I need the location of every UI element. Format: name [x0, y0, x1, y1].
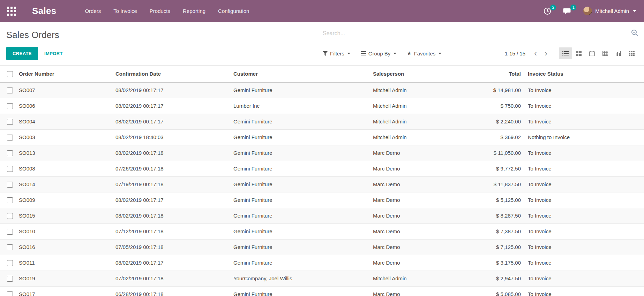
row-checkbox[interactable] — [7, 166, 13, 172]
cell-order-number: SO011 — [15, 255, 112, 271]
nav-item-products[interactable]: Products — [150, 8, 170, 14]
table-row[interactable]: SO016 07/05/2019 00:17:18 Gemini Furnitu… — [0, 239, 644, 255]
import-button[interactable]: IMPORT — [38, 47, 69, 60]
table-row[interactable]: SO007 08/02/2019 00:17:17 Gemini Furnitu… — [0, 82, 644, 98]
group-by-dropdown[interactable]: Group By — [361, 51, 396, 56]
table-row[interactable]: SO013 08/02/2019 00:17:18 Gemini Furnitu… — [0, 145, 644, 161]
view-switch-pivot[interactable] — [599, 47, 612, 59]
cell-customer: Gemini Furniture — [230, 239, 369, 255]
row-checkbox[interactable] — [7, 197, 13, 203]
table-row[interactable]: SO009 08/02/2019 00:17:17 Gemini Furnitu… — [0, 192, 644, 208]
orders-list-view: Order Number Confirmation Date Customer … — [0, 65, 644, 296]
cell-total: $ 5,125.00 — [457, 192, 524, 208]
view-switch-graph[interactable] — [612, 47, 625, 59]
cell-confirmation-date: 08/02/2019 00:17:17 — [112, 114, 230, 129]
avatar — [583, 7, 592, 15]
create-button[interactable]: CREATE — [6, 47, 38, 60]
nav-item-configuration[interactable]: Configuration — [218, 8, 249, 14]
table-row[interactable]: SO010 07/12/2019 00:17:18 Gemini Furnitu… — [0, 223, 644, 239]
search-options: Filters Group By ★ Favorites — [323, 50, 441, 56]
cell-invoice-status: To Invoice — [524, 114, 644, 129]
cell-confirmation-date: 08/02/2019 00:17:18 — [112, 208, 230, 223]
row-checkbox[interactable] — [7, 213, 13, 219]
table-row[interactable]: SO017 06/28/2019 00:17:18 Gemini Furnitu… — [0, 286, 644, 296]
row-checkbox[interactable] — [7, 88, 13, 93]
chevron-down-icon — [394, 53, 396, 54]
table-row[interactable]: SO004 08/02/2019 00:17:17 Gemini Furnitu… — [0, 114, 644, 129]
cell-salesperson: Marc Demo — [369, 286, 457, 296]
column-header-salesperson[interactable]: Salesperson — [369, 66, 457, 82]
table-row[interactable]: SO003 08/02/2019 18:40:03 Gemini Furnitu… — [0, 129, 644, 145]
graph-view-icon — [616, 51, 621, 56]
row-checkbox[interactable] — [7, 229, 13, 235]
cell-customer: Lumber Inc — [230, 98, 369, 114]
row-checkbox[interactable] — [7, 276, 13, 282]
user-menu[interactable]: Mitchell Admin — [583, 7, 636, 15]
filter-icon — [323, 51, 328, 56]
table-row[interactable]: SO011 08/02/2019 00:17:17 Gemini Furnitu… — [0, 255, 644, 271]
cell-confirmation-date: 07/12/2019 00:17:18 — [112, 223, 230, 239]
row-checkbox[interactable] — [7, 260, 13, 266]
table-row[interactable]: SO014 07/19/2019 00:17:18 Gemini Furnitu… — [0, 176, 644, 192]
cell-confirmation-date: 07/19/2019 00:17:18 — [112, 176, 230, 192]
app-title[interactable]: Sales — [32, 6, 56, 16]
favorites-dropdown[interactable]: ★ Favorites — [407, 50, 441, 56]
cell-salesperson: Marc Demo — [369, 192, 457, 208]
cell-total: $ 2,240.00 — [457, 114, 524, 129]
column-header-confirmation-date[interactable]: Confirmation Date — [112, 66, 230, 82]
cell-total: $ 9,772.50 — [457, 161, 524, 176]
pager-previous-button[interactable]: ‹ — [531, 50, 540, 57]
select-all-checkbox[interactable] — [7, 71, 13, 77]
table-row[interactable]: SO006 08/02/2019 00:17:17 Lumber Inc Mit… — [0, 98, 644, 114]
row-checkbox[interactable] — [7, 150, 13, 156]
row-checkbox[interactable] — [7, 103, 13, 109]
cell-total: $ 5,085.00 — [457, 286, 524, 296]
pager: 1-15 / 15 ‹ › — [505, 50, 551, 57]
row-checkbox[interactable] — [7, 244, 13, 250]
cell-salesperson: Marc Demo — [369, 239, 457, 255]
nav-item-reporting[interactable]: Reporting — [183, 8, 205, 14]
row-checkbox[interactable] — [7, 135, 13, 141]
cell-invoice-status: To Invoice — [524, 223, 644, 239]
column-header-order-number[interactable]: Order Number — [15, 66, 112, 82]
cell-order-number: SO009 — [15, 192, 112, 208]
cell-order-number: SO008 — [15, 161, 112, 176]
table-row[interactable]: SO008 07/26/2019 00:17:18 Gemini Furnitu… — [0, 161, 644, 176]
table-row[interactable]: SO019 07/02/2019 00:17:18 YourCompany, J… — [0, 271, 644, 286]
order-table-body: SO007 08/02/2019 00:17:17 Gemini Furnitu… — [0, 82, 644, 296]
row-checkbox[interactable] — [7, 291, 13, 296]
view-switch-activity[interactable] — [625, 47, 638, 59]
nav-item-to-invoice[interactable]: To Invoice — [113, 8, 137, 14]
pager-next-button[interactable]: › — [541, 50, 551, 57]
magnifier-minus-icon[interactable] — [631, 29, 638, 37]
row-checkbox[interactable] — [7, 182, 13, 188]
cell-customer: Gemini Furniture — [230, 223, 369, 239]
star-icon: ★ — [407, 50, 411, 56]
cell-invoice-status: To Invoice — [524, 239, 644, 255]
view-switch-kanban[interactable] — [572, 47, 585, 59]
search-input[interactable] — [323, 30, 631, 37]
cell-salesperson: Marc Demo — [369, 255, 457, 271]
column-header-invoice-status[interactable]: Invoice Status — [524, 66, 644, 82]
cell-total: $ 7,125.00 — [457, 239, 524, 255]
filters-dropdown[interactable]: Filters — [323, 51, 350, 56]
view-switch-list[interactable] — [559, 47, 572, 59]
cell-customer: Gemini Furniture — [230, 161, 369, 176]
cell-salesperson: Mitchell Admin — [369, 271, 457, 286]
cell-total: $ 750.00 — [457, 98, 524, 114]
group-by-icon — [361, 51, 366, 55]
column-header-total[interactable]: Total — [457, 66, 524, 82]
table-row[interactable]: SO015 08/02/2019 00:17:18 Gemini Furnitu… — [0, 208, 644, 223]
cell-customer: Gemini Furniture — [230, 176, 369, 192]
page-title: Sales Orders — [6, 30, 59, 40]
search-box[interactable] — [323, 29, 638, 40]
messages-button[interactable]: 1 — [563, 7, 571, 15]
apps-menu-icon[interactable] — [7, 7, 16, 16]
cell-order-number: SO007 — [15, 82, 112, 98]
cell-customer: Gemini Furniture — [230, 129, 369, 145]
view-switch-calendar[interactable] — [585, 47, 599, 59]
nav-item-orders[interactable]: Orders — [85, 8, 101, 14]
row-checkbox[interactable] — [7, 119, 13, 125]
column-header-customer[interactable]: Customer — [230, 66, 369, 82]
activities-button[interactable]: 2 — [544, 7, 551, 15]
